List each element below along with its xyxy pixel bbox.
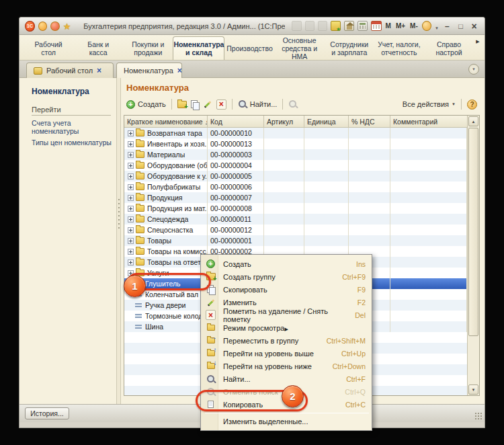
expand-icon[interactable] bbox=[128, 238, 134, 244]
expand-icon[interactable] bbox=[128, 206, 134, 212]
scroll-up-icon[interactable] bbox=[468, 116, 478, 126]
find-button[interactable]: Найти... bbox=[238, 99, 278, 109]
history-button[interactable]: История... bbox=[25, 407, 69, 419]
menu-item-move-to-group[interactable]: →Переместить в группуCtrl+Shift+M bbox=[202, 334, 371, 347]
expand-icon[interactable] bbox=[128, 184, 134, 190]
help-icon[interactable] bbox=[467, 99, 477, 110]
column-header-vat[interactable]: % НДС bbox=[349, 116, 390, 127]
sidebar-link-price-types[interactable]: Типы цен номенклатуры bbox=[32, 138, 116, 147]
table-row[interactable]: Возвратная тара00-00000010 bbox=[124, 128, 467, 138]
1c-logo-icon[interactable]: 1С bbox=[25, 21, 35, 32]
calculator-icon[interactable] bbox=[358, 21, 368, 31]
row-code: 00-00000004 bbox=[208, 160, 264, 171]
tab-accounting[interactable]: Учет, налоги, отчетность bbox=[374, 36, 424, 60]
menu-item-copy-new[interactable]: СкопироватьF9 bbox=[202, 283, 371, 296]
expand-icon[interactable] bbox=[128, 249, 134, 255]
sidebar-link-accounts[interactable]: Счета учета номенклатуры bbox=[32, 119, 116, 135]
info-icon[interactable] bbox=[422, 21, 431, 31]
table-row[interactable]: Полуфабрикаты00-00000006 bbox=[124, 181, 467, 192]
expand-icon[interactable] bbox=[128, 141, 134, 147]
page-title: Номенклатура bbox=[126, 83, 189, 93]
vertical-scrollbar[interactable] bbox=[467, 116, 479, 395]
menu-item-find[interactable]: Найти...Ctrl+F bbox=[202, 372, 371, 385]
service-icon[interactable] bbox=[38, 22, 47, 31]
folder-icon bbox=[136, 130, 144, 136]
tab-nomenclature-warehouse[interactable]: Номенклатура и склад bbox=[173, 36, 224, 60]
doctab-nomenclature[interactable]: Номенклатура bbox=[116, 63, 182, 78]
memory-mminus-button[interactable]: M- bbox=[409, 22, 419, 30]
expand-icon[interactable] bbox=[128, 130, 134, 136]
column-header-code[interactable]: Код bbox=[208, 116, 264, 127]
expand-icon[interactable] bbox=[128, 173, 134, 179]
edit-icon[interactable] bbox=[203, 99, 212, 109]
column-header-unit[interactable]: Единица bbox=[304, 116, 349, 127]
tab-overflow-icon[interactable] bbox=[474, 36, 482, 60]
expand-icon[interactable] bbox=[128, 259, 134, 266]
expand-icon[interactable] bbox=[128, 152, 134, 158]
column-header-name[interactable]: Краткое наименование bbox=[124, 116, 208, 127]
column-header-comment[interactable]: Комментарий bbox=[390, 116, 467, 127]
menu-item-level-up[interactable]: ↑Перейти на уровень вышеCtrl+Up bbox=[202, 347, 371, 360]
doctab-desktop[interactable]: Рабочий стол bbox=[26, 63, 114, 78]
expand-icon[interactable] bbox=[128, 195, 134, 201]
expand-icon[interactable] bbox=[128, 163, 134, 169]
row-name: Полуфабрикаты bbox=[147, 183, 200, 191]
item-icon bbox=[135, 313, 142, 319]
submenu-arrow-icon bbox=[284, 324, 288, 332]
tab-references[interactable]: Справо настрой bbox=[424, 36, 474, 60]
memory-m-button[interactable]: M bbox=[385, 22, 392, 30]
memory-mplus-button[interactable]: M+ bbox=[395, 22, 406, 30]
favorites-star-icon[interactable] bbox=[63, 20, 71, 32]
menu-item-edit-selected[interactable]: Изменить выделенные... bbox=[202, 415, 371, 428]
table-row[interactable]: Спецоснастка00-00000012 bbox=[124, 225, 467, 235]
resize-grip[interactable] bbox=[474, 412, 482, 420]
row-name: Спецодежда bbox=[147, 215, 188, 223]
expand-icon[interactable] bbox=[128, 227, 134, 233]
menu-item-level-down[interactable]: ↓Перейти на уровень нижеCtrl+Down bbox=[202, 360, 371, 372]
tab-list-dropdown-icon[interactable] bbox=[468, 64, 479, 75]
tab-purchases[interactable]: Покупки и продажи bbox=[123, 36, 173, 60]
move-to-group-icon: → bbox=[207, 337, 215, 343]
tab-desktop[interactable]: Рабочий стол bbox=[24, 36, 73, 60]
table-row[interactable]: Оборудование (об...00-00000004 bbox=[124, 160, 467, 171]
info-dropdown-icon[interactable] bbox=[435, 20, 439, 32]
table-row[interactable]: Продукция из мат...00-00000008 bbox=[124, 203, 467, 214]
menu-shortcut: Ctrl+F bbox=[346, 375, 366, 383]
maximize-button[interactable] bbox=[456, 22, 466, 31]
close-button[interactable] bbox=[469, 21, 479, 32]
column-header-article[interactable]: Артикул bbox=[264, 116, 304, 127]
table-row[interactable]: Инвентарь и хозя...00-00000013 bbox=[124, 138, 467, 149]
table-row[interactable]: Спецодежда00-00000011 bbox=[124, 214, 467, 225]
favorites-folder-icon[interactable] bbox=[331, 21, 341, 31]
tab-fixed-assets[interactable]: Основные средства и НМА bbox=[275, 36, 325, 60]
all-actions-button[interactable]: Все действия bbox=[403, 100, 456, 108]
menu-label: Пометить на удаление / Снять пометку bbox=[223, 307, 355, 323]
copy-icon[interactable] bbox=[191, 100, 199, 109]
calendar-icon[interactable] bbox=[371, 21, 381, 31]
tab-bank[interactable]: Банк и касса bbox=[73, 36, 123, 60]
row-name: Тормозные колод... bbox=[145, 312, 208, 320]
create-group-icon[interactable] bbox=[177, 101, 187, 108]
table-row[interactable]: Товары00-00000001 bbox=[124, 235, 467, 246]
menu-item-view-mode[interactable]: Режим просмотра bbox=[202, 321, 371, 334]
close-tab-icon[interactable] bbox=[177, 66, 182, 75]
table-row[interactable]: Оборудование к у...00-00000005 bbox=[124, 171, 467, 181]
expand-icon[interactable] bbox=[128, 216, 134, 222]
home-icon[interactable] bbox=[344, 21, 354, 31]
folder-icon bbox=[136, 227, 144, 233]
minimize-button[interactable] bbox=[442, 22, 452, 31]
create-button[interactable]: Создать bbox=[126, 100, 166, 109]
menu-item-delete-mark[interactable]: Пометить на удаление / Снять пометкуDel bbox=[202, 309, 371, 321]
tab-production[interactable]: Производство bbox=[224, 36, 274, 60]
sidebar-section-label: Перейти bbox=[32, 106, 111, 116]
tab-employees[interactable]: Сотрудники и зарплата bbox=[325, 36, 374, 60]
close-tab-icon[interactable] bbox=[97, 66, 101, 75]
menu-item-create[interactable]: СоздатьIns bbox=[202, 257, 371, 270]
scroll-down-icon[interactable] bbox=[468, 385, 478, 395]
table-row[interactable]: Продукция00-00000007 bbox=[124, 192, 467, 203]
alerts-icon[interactable] bbox=[50, 22, 59, 31]
menu-item-create-group[interactable]: Создать группуCtrl+F9 bbox=[202, 270, 371, 283]
table-row[interactable]: Материалы00-00000003 bbox=[124, 149, 467, 160]
delete-mark-icon[interactable] bbox=[216, 99, 226, 110]
scroll-thumb[interactable] bbox=[468, 128, 478, 336]
